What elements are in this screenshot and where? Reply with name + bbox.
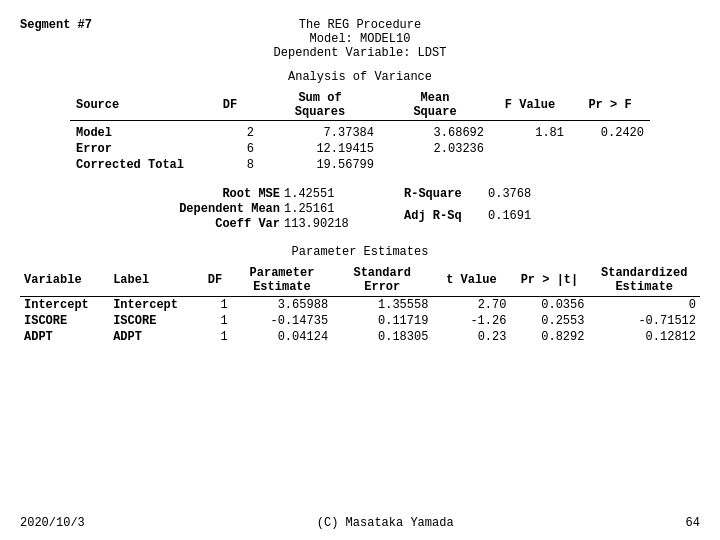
dependent-var-title: Dependent Variable: LDST [20,46,700,60]
ms-model: 3.68692 [380,125,490,141]
ss-error: 12.19415 [260,141,380,157]
df-intercept: 1 [198,297,231,314]
ph-df: DF [198,265,231,295]
pr-intercept: 0.0356 [510,297,588,314]
procedure-title: The REG Procedure [20,18,700,32]
ss-total: 19.56799 [260,157,380,173]
est-intercept: 3.65988 [232,297,332,314]
anova-row-model: Model 2 7.37384 3.68692 1.81 0.2420 [70,125,650,141]
se-iscore: 0.11719 [332,313,432,329]
var-adpt: ADPT [20,329,109,345]
anova-header-row: Source DF Sum ofSquares MeanSquare F Val… [70,90,650,121]
std-iscore: -0.71512 [588,313,700,329]
stats-left: Root MSE 1.42551 Dependent Mean 1.25161 … [150,187,374,231]
df-error: 6 [200,141,260,157]
ph-variable: Variable [20,265,109,295]
df-model: 2 [200,125,260,141]
ph-label: Label [109,265,198,295]
ph-tvalue: t Value [432,265,510,295]
adj-rsq-value: 0.1691 [488,209,558,231]
t-iscore: -1.26 [432,313,510,329]
stats-right: R-Square 0.3768 Adj R-Sq 0.1691 [404,187,558,231]
coeff-var-value: 113.90218 [284,217,374,231]
ph-prt: Pr > |t| [510,265,588,295]
header: The REG Procedure Model: MODEL10 Depende… [20,18,700,60]
segment-label: Segment #7 [20,18,92,32]
anova-title: Analysis of Variance [20,70,700,84]
ph-stdest: StandardizedEstimate [588,265,700,295]
param-row-adpt: ADPT ADPT 1 0.04124 0.18305 0.23 0.8292 … [20,329,700,345]
pr-model: 0.2420 [570,125,650,141]
f-total [490,157,570,173]
f-error [490,141,570,157]
source-total: Corrected Total [70,157,200,173]
col-prf: Pr > F [570,90,650,121]
col-f: F Value [490,90,570,121]
t-intercept: 2.70 [432,297,510,314]
se-adpt: 0.18305 [332,329,432,345]
footer-page: 64 [686,516,700,530]
std-intercept: 0 [588,297,700,314]
source-error: Error [70,141,200,157]
root-mse-value: 1.42551 [284,187,374,201]
lbl-adpt: ADPT [109,329,198,345]
pr-iscore: 0.2553 [510,313,588,329]
pr-adpt: 0.8292 [510,329,588,345]
ss-model: 7.37384 [260,125,380,141]
footer-date: 2020/10/3 [20,516,85,530]
footer: 2020/10/3 (C) Masataka Yamada 64 [20,516,700,530]
df-total: 8 [200,157,260,173]
col-df: DF [200,90,260,121]
adj-rsq-label: Adj R-Sq [404,209,484,231]
ms-total [380,157,490,173]
f-model: 1.81 [490,125,570,141]
est-iscore: -0.14735 [232,313,332,329]
df-adpt: 1 [198,329,231,345]
param-table: Variable Label DF ParameterEstimate Stan… [20,265,700,346]
var-iscore: ISCORE [20,313,109,329]
lbl-intercept: Intercept [109,297,198,314]
est-adpt: 0.04124 [232,329,332,345]
param-section: Parameter Estimates Variable Label DF Pa… [20,245,700,346]
se-intercept: 1.35558 [332,297,432,314]
ms-error: 2.03236 [380,141,490,157]
anova-row-error: Error 6 12.19415 2.03236 [70,141,650,157]
stats-section: Root MSE 1.42551 Dependent Mean 1.25161 … [70,181,650,231]
ph-estimate: ParameterEstimate [232,265,332,295]
source-model: Model [70,125,200,141]
df-iscore: 1 [198,313,231,329]
param-header-row1: Variable Label DF ParameterEstimate Stan… [20,265,700,295]
anova-row-total: Corrected Total 8 19.56799 [70,157,650,173]
std-adpt: 0.12812 [588,329,700,345]
root-mse-label: Root MSE [150,187,280,201]
col-source: Source [70,90,200,121]
dep-mean-value: 1.25161 [284,202,374,216]
pr-error [570,141,650,157]
coeff-var-label: Coeff Var [150,217,280,231]
anova-table: Source DF Sum ofSquares MeanSquare F Val… [70,90,650,173]
param-title: Parameter Estimates [20,245,700,259]
r-square-value: 0.3768 [488,187,558,209]
param-row-intercept: Intercept Intercept 1 3.65988 1.35558 2.… [20,297,700,314]
t-adpt: 0.23 [432,329,510,345]
model-title: Model: MODEL10 [20,32,700,46]
col-ss: Sum ofSquares [260,90,380,121]
page: Segment #7 The REG Procedure Model: MODE… [0,0,720,540]
col-ms: MeanSquare [380,90,490,121]
r-square-label: R-Square [404,187,484,209]
lbl-iscore: ISCORE [109,313,198,329]
ph-stderr: StandardError [332,265,432,295]
dep-mean-label: Dependent Mean [150,202,280,216]
pr-total [570,157,650,173]
footer-copyright: (C) Masataka Yamada [317,516,454,530]
var-intercept: Intercept [20,297,109,314]
param-row-iscore: ISCORE ISCORE 1 -0.14735 0.11719 -1.26 0… [20,313,700,329]
